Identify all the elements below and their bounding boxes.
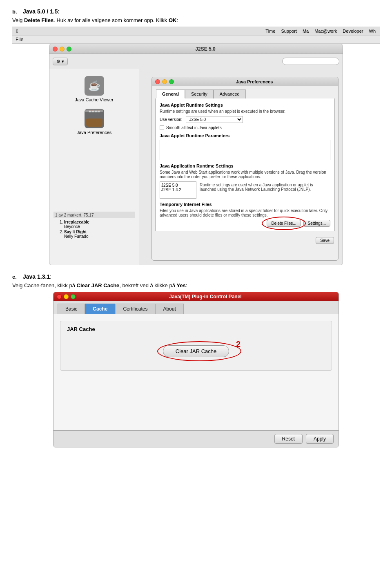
status-bar: 1 av 2 markert, 75.17 xyxy=(53,212,135,218)
applet-runtime-title: Java Applet Runtime Settings xyxy=(160,103,330,107)
j2se-sidebar: ☕ Java Cache Viewer ☕☕☕☕ Java Preference… xyxy=(49,69,139,265)
maximize-button[interactable] xyxy=(67,47,71,51)
menu-macwork: Mac@work xyxy=(314,29,337,34)
menu-wh: Wh xyxy=(369,29,376,34)
j2se-window-title: J2SE 5.0 xyxy=(71,46,339,52)
clear-jar-cache-button[interactable]: Clear JAR Cache xyxy=(163,345,229,357)
delete-row: Delete Files... Settings... xyxy=(160,220,330,227)
j2se-window: J2SE 5.0 ⚙ ▾ ☕ Java Cache Viewer xyxy=(49,44,343,265)
dialog-content: Java Applet Runtime Settings Runtime set… xyxy=(155,98,335,231)
dialog-traffic-lights xyxy=(155,79,174,84)
java-preferences-label: Java Preferences xyxy=(77,130,112,135)
use-version-row: Use version: J2SE 5.0 xyxy=(160,116,330,123)
java-cache-viewer-label: Java Cache Viewer xyxy=(75,97,114,102)
runtime-list-box[interactable]: J2SE 5.0 J2SE 1.4.2 xyxy=(160,181,196,199)
cp-titlebar: Java(TM) Plug-in Control Panel xyxy=(53,292,339,301)
smooth-text-checkbox[interactable] xyxy=(160,125,164,130)
traffic-lights xyxy=(53,47,71,51)
mac-menubar:  Time Support Ma Mac@work Developer Wh xyxy=(12,27,380,36)
menu-developer: Developer xyxy=(343,29,363,34)
runtime-list: J2SE 5.0 J2SE 1.4.2 Runtime settings are… xyxy=(160,181,330,199)
minimize-button[interactable] xyxy=(60,47,65,51)
close-button[interactable] xyxy=(53,47,58,51)
menu-time: Time xyxy=(265,29,275,34)
cp-maximize-button[interactable] xyxy=(71,294,76,299)
j2se-split-pane: ☕ Java Cache Viewer ☕☕☕☕ Java Preference… xyxy=(49,69,343,265)
temp-files-desc: Files you use in Java applications are s… xyxy=(160,208,330,217)
runtime-version-1: J2SE 5.0 xyxy=(161,183,195,188)
dialog-close-button[interactable] xyxy=(155,79,160,84)
cp-tabs-bar: Basic Cache Certificates About xyxy=(53,301,339,314)
settings-button[interactable]: Settings... xyxy=(303,220,330,227)
java-preferences-icon: ☕☕☕☕ xyxy=(85,109,104,128)
applet-runtime-desc: Runtime settings are used when an applet… xyxy=(160,109,330,114)
dialog-title: Java Preferences xyxy=(174,79,335,84)
section-b-label: b. xyxy=(12,9,20,15)
j2se-toolbar: ⚙ ▾ xyxy=(49,54,343,69)
section-b-intro: Velg Delete Files. Huk av for alle valge… xyxy=(12,17,380,23)
java-cache-viewer-icon: ☕ xyxy=(85,76,104,96)
clear-jar-cache-btn-wrapper: Clear JAR Cache 2 xyxy=(163,345,229,357)
file-menu-item[interactable]: File xyxy=(16,37,23,42)
section-b-heading: Java 5.0 / 1.5: xyxy=(23,8,60,15)
tab-certificates[interactable]: Certificates xyxy=(115,304,155,314)
temp-files-title: Temporary Internet Files xyxy=(160,202,330,207)
sidebar-item-java-preferences[interactable]: ☕☕☕☕ Java Preferences xyxy=(53,105,135,138)
gear-button[interactable]: ⚙ ▾ xyxy=(53,58,68,65)
sidebar-item-java-cache-viewer[interactable]: ☕ Java Cache Viewer xyxy=(53,73,135,105)
cp-minimize-button[interactable] xyxy=(64,294,69,299)
cp-window-title: Java(TM) Plug-in Control Panel xyxy=(76,294,335,300)
menu-support: Support xyxy=(281,29,297,34)
sidebar-list: Irreplaceable Beyoncé Say It Right Nelly… xyxy=(53,218,135,239)
params-box[interactable] xyxy=(160,140,330,160)
section-c-heading: Java 1.3.1: xyxy=(23,273,51,280)
jar-cache-section: JAR Cache Clear JAR Cache 2 xyxy=(60,321,332,371)
delete-files-btn-wrapper: Delete Files... xyxy=(267,220,301,227)
java-prefs-dialog: Java Preferences General Security Advanc… xyxy=(151,77,339,261)
runtime-list-desc: Runtime settings are used when a Java ap… xyxy=(196,181,330,199)
file-bar: File xyxy=(12,36,380,44)
dialog-titlebar: Java Preferences xyxy=(152,77,338,86)
save-button[interactable]: Save xyxy=(316,237,334,244)
apple-icon:  xyxy=(16,28,18,34)
list-item: Say It Right Nelly Furtado xyxy=(64,230,135,239)
dialog-minimize-button[interactable] xyxy=(162,79,167,84)
empty-space xyxy=(60,375,332,424)
jar-cache-title: JAR Cache xyxy=(67,326,325,332)
tab-cache[interactable]: Cache xyxy=(85,304,115,314)
cp-content: JAR Cache Clear JAR Cache 2 xyxy=(53,314,339,430)
section-c-intro: Velg Cache-fanen, klikk på Clear JAR Cac… xyxy=(12,282,380,288)
menu-ma: Ma xyxy=(303,29,309,34)
reset-button[interactable]: Reset xyxy=(274,434,303,444)
tab-advanced[interactable]: Advanced xyxy=(214,89,246,98)
tab-general[interactable]: General xyxy=(156,89,185,98)
cp-close-button[interactable] xyxy=(57,294,62,299)
dialog-footer: Save xyxy=(152,235,338,246)
apply-button[interactable]: Apply xyxy=(306,434,334,444)
runtime-version-2: J2SE 1.4.2 xyxy=(161,188,195,192)
tab-about[interactable]: About xyxy=(155,304,183,314)
cp-traffic-lights xyxy=(57,294,76,299)
gear-dropdown-arrow: ▾ xyxy=(62,59,64,64)
java-prefs-dialog-area: Java Preferences General Security Advanc… xyxy=(139,69,343,265)
smooth-text-label: Smooth all text in Java applets xyxy=(166,125,222,130)
app-runtime-title: Java Application Runtime Settings xyxy=(160,163,330,168)
delete-files-button[interactable]: Delete Files... xyxy=(267,220,301,227)
search-box[interactable] xyxy=(282,58,339,65)
java-cp-window: Java(TM) Plug-in Control Panel Basic Cac… xyxy=(53,292,339,447)
j2se-titlebar: J2SE 5.0 xyxy=(49,44,343,54)
params-title: Java Applet Runtime Parameters xyxy=(160,133,330,138)
list-item: Irreplaceable Beyoncé xyxy=(64,220,135,229)
smooth-text-row: Smooth all text in Java applets xyxy=(160,125,330,130)
tab-security[interactable]: Security xyxy=(185,89,214,98)
temp-files-section: Temporary Internet Files Files you use i… xyxy=(160,202,330,227)
app-runtime-desc: Some Java and Web Start applications wor… xyxy=(160,170,330,179)
tab-basic[interactable]: Basic xyxy=(58,304,85,314)
gear-icon: ⚙ xyxy=(56,59,60,64)
number-badge: 2 xyxy=(236,340,241,349)
use-version-select[interactable]: J2SE 5.0 xyxy=(186,116,243,123)
cp-footer: Reset Apply xyxy=(53,430,339,447)
dialog-maximize-button[interactable] xyxy=(169,79,174,84)
section-c-label: c. xyxy=(12,274,20,280)
dialog-tabs: General Security Advanced xyxy=(152,86,338,98)
